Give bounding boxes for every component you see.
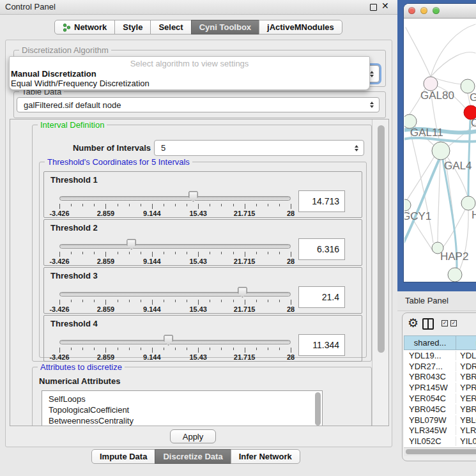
control-panel-titlebar: Control Panel ✕ [0, 0, 397, 15]
tab-jactivemnodules[interactable]: jActiveMNodules [259, 20, 342, 35]
cell-shared-name: YBR043C [404, 372, 456, 381]
cell-shared-name: YIL052C [404, 436, 456, 446]
slider-scale-labels: -3.4262.8599.14415.4321.71528 [59, 257, 291, 265]
network-edge[interactable] [431, 52, 475, 77]
scale-label: 21.715 [234, 353, 256, 361]
threshold-value-input[interactable] [298, 334, 345, 356]
tick-mark [198, 348, 199, 353]
number-of-intervals-combobox[interactable]: 5 [154, 140, 364, 156]
discretization-algorithm-title: Discretization Algorithm [19, 45, 111, 55]
algorithm-option[interactable]: Equal Width/Frequency Discretization [11, 79, 150, 88]
threshold-value-input[interactable] [298, 286, 345, 308]
threshold-slider[interactable]: -3.4262.8599.14415.4321.71528 [59, 334, 291, 362]
tab-select[interactable]: Select [150, 20, 191, 35]
network-edge[interactable] [406, 27, 431, 77]
table-row[interactable]: YBL079WYBL0 [404, 415, 476, 426]
column-header-name[interactable]: n [456, 335, 476, 350]
tick-mark [279, 204, 280, 206]
table-row[interactable]: YDR27...YDR2 [404, 361, 476, 372]
slider-track [59, 244, 291, 249]
tick-mark [152, 204, 153, 209]
tick-mark [291, 300, 291, 305]
cyni-toolbox-panel: Discretization Algorithm Select algorith… [5, 40, 392, 447]
attribute-item[interactable]: BetweennessCentrality [42, 415, 322, 426]
cell-name: YER0 [456, 394, 476, 403]
network-node[interactable] [424, 77, 438, 91]
cell-shared-name: YDL19... [404, 351, 456, 360]
scale-label: 28 [287, 210, 295, 217]
threshold-value-input[interactable] [298, 238, 345, 260]
tick-mark [105, 300, 106, 305]
settings-scrollbar[interactable] [378, 125, 385, 353]
cell-name: YLR3 [456, 426, 476, 435]
attribute-item[interactable]: TopologicalCoefficient [42, 404, 322, 415]
combo-arrows-icon [355, 143, 358, 153]
checkbox-checked-icon[interactable]: ✓ [441, 320, 448, 326]
threshold-slider[interactable]: -3.4262.8599.14415.4321.71528 [59, 238, 291, 266]
algorithm-option[interactable]: Manual Discretization [11, 69, 96, 79]
float-icon[interactable] [370, 4, 377, 11]
attributes-scrollbar[interactable] [315, 392, 321, 426]
close-button[interactable] [408, 7, 415, 14]
table-row[interactable]: YBR043CYBR0 [404, 372, 476, 383]
apply-button[interactable]: Apply [170, 429, 216, 443]
checkbox-checked-icon[interactable]: ✓ [450, 320, 457, 326]
table-rows: YDL19...YDL1YDR27...YDR2YBR043CYBR0YPR14… [404, 350, 476, 447]
minimize-button[interactable] [420, 7, 427, 14]
network-window-titlebar[interactable] [404, 4, 476, 19]
table-header-row: shared... n [404, 335, 476, 350]
table-row[interactable]: YIL052CYIL0 [404, 436, 476, 447]
table-row[interactable]: YER054CYER0 [404, 393, 476, 404]
tab-impute-data[interactable]: Impute Data [91, 449, 155, 464]
gear-icon[interactable]: ⚙ [408, 316, 418, 330]
tab-cyni-toolbox[interactable]: Cyni Toolbox [191, 20, 259, 35]
network-node[interactable] [448, 268, 462, 282]
network-node-label: GAL80 [420, 89, 454, 102]
network-edge[interactable] [438, 160, 440, 242]
attribute-item[interactable]: SelfLoops [42, 394, 322, 404]
tab-discretize-data[interactable]: Discretize Data [155, 449, 231, 464]
tick-mark [82, 204, 83, 206]
tab-infer-network[interactable]: Infer Network [231, 449, 300, 464]
tab-network[interactable]: Network [54, 20, 115, 35]
tick-mark [71, 300, 72, 302]
hscrollbar-thumb[interactable] [406, 449, 476, 454]
network-canvas-svg[interactable]: GAL80GACGAL11GAL4GCY1HHAP2 [404, 18, 476, 282]
top-tab-bar: NetworkStyleSelectCyni ToolboxjActiveMNo… [54, 20, 342, 35]
column-header-shared-name[interactable]: shared... [404, 335, 456, 350]
threshold-value-input[interactable] [298, 190, 345, 212]
network-node[interactable] [461, 196, 475, 210]
tick-mark [198, 252, 199, 257]
threshold-label: Threshold 2 [50, 223, 98, 233]
table-row[interactable]: YLR345WYLR3 [404, 426, 476, 436]
table-row[interactable]: YDL19...YDL1 [404, 350, 476, 361]
network-node-label: GAL4 [444, 160, 472, 172]
tick-mark [268, 204, 268, 206]
network-edge[interactable] [410, 128, 433, 243]
network-node[interactable] [432, 142, 450, 160]
columns-icon[interactable] [422, 318, 434, 330]
network-edge[interactable] [431, 24, 475, 77]
tick-mark [291, 252, 291, 257]
threshold-panel: Threshold 4-3.4262.8599.14415.4321.71528 [43, 315, 362, 362]
tick-mark [268, 252, 268, 254]
panel-title: Control Panel [5, 0, 56, 14]
interval-definition-title: Interval Definition [38, 120, 107, 130]
table-row[interactable]: YPR145WYPR1 [404, 382, 476, 393]
threshold-slider[interactable]: -3.4262.8599.14415.4321.71528 [59, 190, 291, 218]
tab-label: Discretize Data [163, 452, 222, 461]
tab-label: Select [158, 22, 183, 32]
tab-style[interactable]: Style [114, 20, 151, 35]
network-node[interactable] [404, 199, 411, 211]
threshold-slider[interactable]: -3.4262.8599.14415.4321.71528 [59, 286, 291, 314]
table-data-combobox[interactable]: galFiltered.sif default node [17, 97, 380, 112]
table-hscrollbar[interactable] [404, 447, 476, 456]
table-row[interactable]: YBR045CYBR0 [404, 404, 476, 415]
close-icon[interactable]: ✕ [381, 1, 389, 11]
table-toolbar: ⚙✓✓ [403, 313, 476, 335]
scale-label: 9.144 [143, 305, 161, 313]
tab-label: Cyni Toolbox [199, 22, 251, 32]
zoom-button[interactable] [433, 7, 440, 14]
attributes-group: Attributes to discretize Numerical Attri… [32, 367, 372, 426]
slider-track [59, 292, 291, 296]
